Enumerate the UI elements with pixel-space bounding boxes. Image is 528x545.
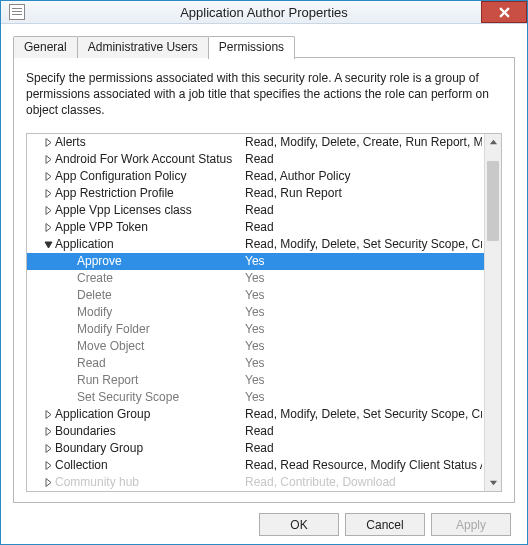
chevron-right-icon[interactable] bbox=[41, 444, 55, 453]
scroll-up-button[interactable] bbox=[485, 134, 501, 151]
permission-name: Approve bbox=[77, 254, 245, 268]
object-class-name: Alerts bbox=[55, 135, 245, 149]
permission-value: Yes bbox=[245, 322, 482, 336]
object-class-name: App Configuration Policy bbox=[55, 169, 245, 183]
object-class-name: Community hub bbox=[55, 475, 245, 489]
object-class-name: Collection bbox=[55, 458, 245, 472]
chevron-right-icon[interactable] bbox=[41, 189, 55, 198]
vertical-scrollbar[interactable] bbox=[484, 134, 501, 491]
permission-value: Yes bbox=[245, 254, 482, 268]
permission-row[interactable]: Set Security ScopeYes bbox=[27, 389, 484, 406]
cancel-button[interactable]: Cancel bbox=[345, 513, 425, 536]
permission-value: Read bbox=[245, 441, 482, 455]
chevron-right-icon[interactable] bbox=[41, 172, 55, 181]
permission-name: Move Object bbox=[77, 339, 245, 353]
tab-general[interactable]: General bbox=[13, 36, 78, 58]
close-icon bbox=[499, 7, 510, 18]
object-class-name: Boundaries bbox=[55, 424, 245, 438]
chevron-right-icon[interactable] bbox=[41, 138, 55, 147]
apply-button: Apply bbox=[431, 513, 511, 536]
app-icon bbox=[9, 4, 25, 20]
tab-permissions[interactable]: Permissions bbox=[208, 36, 295, 59]
object-class-row[interactable]: Community hubRead, Contribute, Download bbox=[27, 474, 484, 491]
object-class-name: Application bbox=[55, 237, 245, 251]
permission-value: Yes bbox=[245, 356, 482, 370]
chevron-right-icon[interactable] bbox=[41, 206, 55, 215]
permission-value: Read, Modify, Delete, Set Security Scope… bbox=[245, 407, 482, 421]
permission-value: Yes bbox=[245, 339, 482, 353]
permission-name: Modify bbox=[77, 305, 245, 319]
permission-row[interactable]: ReadYes bbox=[27, 355, 484, 372]
permission-value: Yes bbox=[245, 390, 482, 404]
permission-value: Read, Modify, Delete, Set Security Scope… bbox=[245, 237, 482, 251]
permission-value: Read bbox=[245, 424, 482, 438]
close-button[interactable] bbox=[481, 1, 527, 23]
object-class-row[interactable]: Apple VPP TokenRead bbox=[27, 219, 484, 236]
permission-value: Read, Read Resource, Modify Client Statu… bbox=[245, 458, 482, 472]
object-class-row[interactable]: App Restriction ProfileRead, Run Report bbox=[27, 185, 484, 202]
scroll-track[interactable] bbox=[485, 151, 501, 474]
tab-panel-permissions: Specify the permissions associated with … bbox=[13, 58, 515, 503]
object-class-row[interactable]: ApplicationRead, Modify, Delete, Set Sec… bbox=[27, 236, 484, 253]
chevron-down-icon[interactable] bbox=[41, 240, 55, 249]
window-title: Application Author Properties bbox=[1, 5, 527, 20]
tab-administrative-users[interactable]: Administrative Users bbox=[77, 36, 209, 58]
permission-value: Read, Run Report bbox=[245, 186, 482, 200]
object-class-name: Apple Vpp Licenses class bbox=[55, 203, 245, 217]
description-text: Specify the permissions associated with … bbox=[26, 70, 502, 119]
button-bar: OK Cancel Apply bbox=[13, 503, 515, 545]
tabstrip: GeneralAdministrative UsersPermissions bbox=[13, 34, 515, 58]
dialog-window: Application Author Properties GeneralAdm… bbox=[0, 0, 528, 545]
permission-row[interactable]: Modify FolderYes bbox=[27, 321, 484, 338]
permission-row[interactable]: Move ObjectYes bbox=[27, 338, 484, 355]
object-class-name: Apple VPP Token bbox=[55, 220, 245, 234]
permission-name: Create bbox=[77, 271, 245, 285]
object-class-row[interactable]: Boundary GroupRead bbox=[27, 440, 484, 457]
permission-value: Yes bbox=[245, 271, 482, 285]
object-class-row[interactable]: Apple Vpp Licenses classRead bbox=[27, 202, 484, 219]
permission-row[interactable]: ApproveYes bbox=[27, 253, 484, 270]
permission-value: Read, Modify, Delete, Create, Run Report… bbox=[245, 135, 482, 149]
chevron-right-icon[interactable] bbox=[41, 478, 55, 487]
permission-value: Read bbox=[245, 152, 482, 166]
object-class-row[interactable]: App Configuration PolicyRead, Author Pol… bbox=[27, 168, 484, 185]
object-class-name: Application Group bbox=[55, 407, 245, 421]
permission-name: Read bbox=[77, 356, 245, 370]
permission-name: Delete bbox=[77, 288, 245, 302]
chevron-right-icon[interactable] bbox=[41, 410, 55, 419]
client-area: GeneralAdministrative UsersPermissions S… bbox=[1, 24, 527, 545]
chevron-right-icon[interactable] bbox=[41, 223, 55, 232]
object-class-name: Boundary Group bbox=[55, 441, 245, 455]
permission-value: Read, Contribute, Download bbox=[245, 475, 482, 489]
permission-value: Yes bbox=[245, 288, 482, 302]
permission-name: Set Security Scope bbox=[77, 390, 245, 404]
object-class-row[interactable]: AlertsRead, Modify, Delete, Create, Run … bbox=[27, 134, 484, 151]
object-class-row[interactable]: BoundariesRead bbox=[27, 423, 484, 440]
permission-name: Run Report bbox=[77, 373, 245, 387]
object-class-row[interactable]: CollectionRead, Read Resource, Modify Cl… bbox=[27, 457, 484, 474]
permission-value: Yes bbox=[245, 305, 482, 319]
ok-button[interactable]: OK bbox=[259, 513, 339, 536]
chevron-right-icon[interactable] bbox=[41, 155, 55, 164]
permission-value: Read, Author Policy bbox=[245, 169, 482, 183]
titlebar[interactable]: Application Author Properties bbox=[1, 1, 527, 24]
permission-value: Yes bbox=[245, 373, 482, 387]
chevron-right-icon[interactable] bbox=[41, 461, 55, 470]
object-class-row[interactable]: Android For Work Account StatusRead bbox=[27, 151, 484, 168]
permission-row[interactable]: CreateYes bbox=[27, 270, 484, 287]
permission-name: Modify Folder bbox=[77, 322, 245, 336]
permission-row[interactable]: Run ReportYes bbox=[27, 372, 484, 389]
object-class-row[interactable]: Application GroupRead, Modify, Delete, S… bbox=[27, 406, 484, 423]
scroll-thumb[interactable] bbox=[487, 161, 499, 241]
permission-value: Read bbox=[245, 220, 482, 234]
object-class-name: App Restriction Profile bbox=[55, 186, 245, 200]
permission-row[interactable]: ModifyYes bbox=[27, 304, 484, 321]
permissions-tree: AlertsRead, Modify, Delete, Create, Run … bbox=[26, 133, 502, 492]
object-class-name: Android For Work Account Status bbox=[55, 152, 245, 166]
scroll-down-button[interactable] bbox=[485, 474, 501, 491]
permission-row[interactable]: DeleteYes bbox=[27, 287, 484, 304]
permission-value: Read bbox=[245, 203, 482, 217]
chevron-right-icon[interactable] bbox=[41, 427, 55, 436]
